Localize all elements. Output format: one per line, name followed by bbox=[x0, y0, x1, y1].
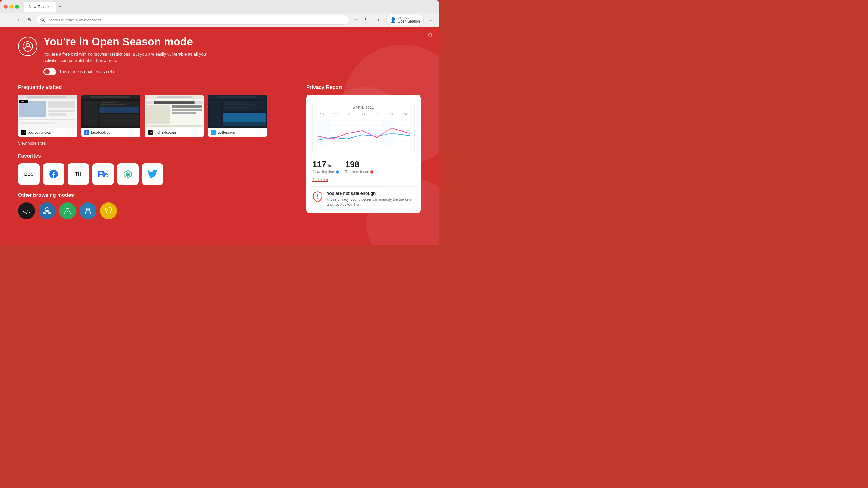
svg-rect-5 bbox=[19, 101, 46, 117]
svg-text:</>: </> bbox=[23, 209, 30, 215]
svg-rect-26 bbox=[154, 101, 195, 104]
favicon-twitter: 🐦 bbox=[211, 130, 216, 135]
svg-rect-18 bbox=[99, 114, 139, 126]
svg-rect-24 bbox=[157, 96, 192, 98]
browsing-dot bbox=[336, 170, 339, 173]
svg-rect-9 bbox=[19, 119, 75, 121]
mode-horse-button[interactable] bbox=[100, 202, 117, 219]
favorite-bbc[interactable]: BBC bbox=[18, 163, 40, 185]
mode-description: You are a free bird with no browser rest… bbox=[43, 51, 212, 64]
forward-button[interactable]: › bbox=[14, 16, 23, 24]
toggle-label: This mode is enabled as default bbox=[59, 69, 119, 74]
site-thumb-facebook[interactable]: f facebook.com bbox=[82, 95, 141, 137]
mode-toggle[interactable] bbox=[43, 68, 56, 75]
chart-date-18: 18 bbox=[317, 112, 327, 116]
favorites-title: Favorites bbox=[18, 153, 294, 159]
svg-rect-4 bbox=[27, 96, 66, 98]
favicon-facebook: f bbox=[84, 130, 89, 135]
other-modes-title: Other browsing modes bbox=[18, 192, 294, 198]
mode-incognito-button[interactable] bbox=[38, 202, 56, 219]
svg-rect-47 bbox=[44, 210, 50, 211]
svg-rect-15 bbox=[90, 96, 130, 98]
header-text: You're in Open Season mode You are a fre… bbox=[43, 36, 212, 75]
view-more-link[interactable]: View more sites bbox=[18, 141, 46, 145]
site-thumbnails-grid: BBC BBC bbc.com/news bbox=[18, 95, 294, 137]
svg-rect-19 bbox=[101, 102, 116, 103]
left-column: Frequently visited bbox=[18, 84, 294, 219]
address-bar[interactable]: 🔍 bbox=[36, 15, 349, 25]
bookmark-icon[interactable]: ☆ bbox=[352, 16, 360, 24]
svg-point-61 bbox=[317, 198, 318, 199]
mode-title: You're in Open Season mode bbox=[43, 36, 212, 48]
svg-rect-10 bbox=[19, 122, 56, 124]
profile-default-label: DEFAULT bbox=[398, 16, 420, 19]
favicon-thehindu: TH bbox=[148, 130, 153, 135]
svg-text:BBC: BBC bbox=[20, 101, 24, 103]
thumb-footer-thehindu: TH thehindu.com bbox=[145, 128, 204, 137]
svg-point-53 bbox=[107, 209, 108, 210]
svg-rect-28 bbox=[172, 105, 202, 108]
mode-kids-button[interactable] bbox=[80, 202, 96, 219]
tab-close-button[interactable]: × bbox=[46, 4, 51, 9]
svg-rect-49 bbox=[48, 212, 51, 214]
fullscreen-button[interactable] bbox=[15, 5, 19, 9]
favorites-grid: BBC TH bbox=[18, 163, 294, 185]
thumb-preview-thehindu bbox=[145, 95, 204, 128]
search-input[interactable] bbox=[48, 18, 345, 22]
new-tab-button[interactable]: + bbox=[56, 2, 64, 11]
svg-rect-48 bbox=[43, 212, 46, 214]
other-modes-section: Other browsing modes </> bbox=[18, 192, 294, 219]
favicon-bbc: BBC bbox=[21, 130, 26, 135]
svg-rect-7 bbox=[48, 110, 75, 112]
thumb-footer-twitter: 🐦 twitter.com bbox=[208, 128, 267, 137]
see-more-link[interactable]: See more bbox=[312, 178, 328, 182]
svg-rect-16 bbox=[83, 101, 98, 126]
svg-rect-34 bbox=[217, 96, 256, 98]
profile-avatar-icon: 👤 bbox=[390, 17, 396, 23]
svg-rect-30 bbox=[172, 112, 196, 114]
profile-button[interactable]: 👤 DEFAULT Open Season bbox=[386, 15, 424, 25]
reload-button[interactable]: ↻ bbox=[25, 16, 34, 24]
back-button[interactable]: ‹ bbox=[4, 16, 12, 24]
settings-gear-icon[interactable]: ⚙ bbox=[427, 31, 433, 38]
site-thumb-twitter[interactable]: 🐦 twitter.com bbox=[208, 95, 267, 137]
site-domain-bbc: bbc.com/news bbox=[28, 130, 51, 135]
site-domain-twitter: twitter.com bbox=[218, 130, 235, 135]
svg-rect-31 bbox=[146, 125, 203, 127]
menu-button[interactable]: ≡ bbox=[427, 16, 435, 24]
favorite-polywork[interactable] bbox=[117, 163, 138, 185]
thumb-footer-facebook: f facebook.com bbox=[82, 128, 141, 137]
toggle-row: This mode is enabled as default bbox=[43, 68, 212, 75]
favorite-twitter[interactable] bbox=[142, 163, 163, 185]
site-domain-facebook: facebook.com bbox=[91, 130, 114, 135]
modes-grid: </> bbox=[18, 202, 294, 219]
svg-rect-6 bbox=[48, 101, 75, 108]
main-content: ⚙ You're in Open Season mode You are a f… bbox=[0, 27, 439, 245]
site-thumb-thehindu[interactable]: TH thehindu.com bbox=[145, 95, 204, 137]
tab-bar: New Tab × + bbox=[24, 1, 435, 12]
favorites-section: Favorites BBC TH bbox=[18, 153, 294, 185]
know-more-link[interactable]: Know more bbox=[96, 58, 117, 63]
decorative-circle-2 bbox=[327, 87, 403, 162]
site-thumb-bbc[interactable]: BBC BBC bbc.com/news bbox=[18, 95, 77, 137]
svg-point-52 bbox=[87, 209, 89, 210]
mode-icon bbox=[18, 37, 37, 56]
active-tab[interactable]: New Tab × bbox=[24, 1, 56, 12]
minimize-button[interactable] bbox=[9, 5, 13, 9]
mode-protected-button[interactable] bbox=[59, 202, 76, 219]
rewards-icon[interactable]: ✦ bbox=[375, 16, 383, 24]
favorite-thehindu[interactable]: TH bbox=[67, 163, 89, 185]
close-button[interactable] bbox=[4, 5, 7, 9]
browsing-time-label: Browsing time bbox=[312, 170, 339, 174]
shield-icon[interactable]: 🛡 bbox=[363, 16, 372, 24]
svg-rect-41 bbox=[223, 113, 266, 122]
shield-warning-icon bbox=[312, 191, 323, 202]
favorite-behance[interactable] bbox=[92, 163, 114, 185]
browsing-time-stat: 117 hrs Browsing time bbox=[312, 160, 339, 174]
svg-rect-40 bbox=[224, 107, 248, 108]
toolbar-actions: ☆ 🛡 ✦ 👤 DEFAULT Open Season ≡ bbox=[352, 15, 435, 25]
thumb-preview-twitter bbox=[208, 95, 267, 128]
favorite-facebook[interactable] bbox=[43, 163, 64, 185]
thumb-preview-bbc: BBC bbox=[18, 95, 77, 128]
mode-dark-button[interactable]: </> bbox=[18, 202, 35, 219]
